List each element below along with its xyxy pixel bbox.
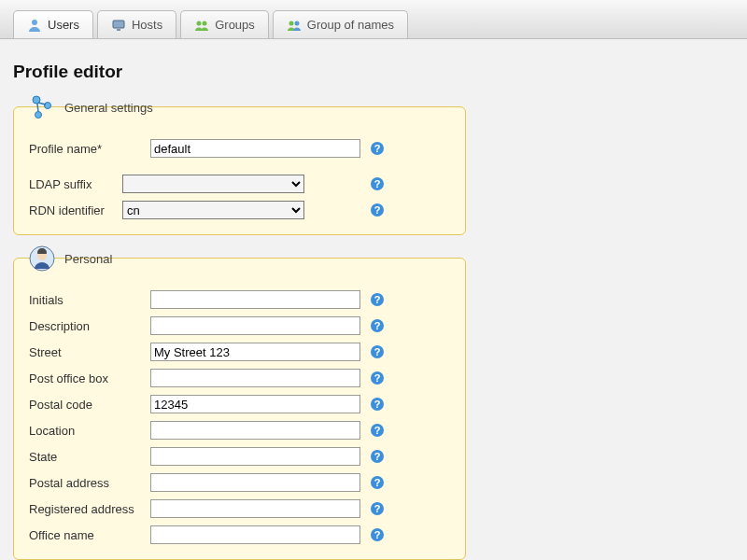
svg-point-3 [197,21,202,25]
help-icon[interactable]: ? [370,423,385,438]
svg-line-11 [37,104,38,112]
tab-users[interactable]: Users [13,10,93,38]
personal-legend: Personal [23,244,116,273]
content-area: Profile editor General settings Profile … [0,39,747,560]
profile-name-input[interactable] [150,139,360,158]
svg-text:?: ? [374,320,381,331]
svg-text:?: ? [374,425,381,436]
help-icon[interactable]: ? [370,203,385,217]
street-label: Street [29,345,150,359]
legend-text: Personal [64,252,112,266]
help-icon[interactable]: ? [370,176,385,191]
svg-text:?: ? [374,529,381,540]
svg-text:?: ? [374,178,381,189]
help-icon[interactable]: ? [370,501,385,516]
group-icon [194,18,209,33]
help-icon[interactable]: ? [370,397,385,412]
personal-box: Personal Initials ? Description ? Street… [13,258,466,560]
svg-point-0 [32,20,37,25]
tab-label: Group of names [307,18,394,32]
registered-address-input[interactable] [150,499,360,518]
tab-label: Hosts [132,18,162,32]
registered-address-label: Registered address [29,502,150,516]
po-box-input[interactable] [150,369,360,387]
group-names-icon [287,18,302,33]
help-icon[interactable]: ? [370,371,385,385]
state-input[interactable] [150,447,360,466]
street-input[interactable] [150,343,360,361]
description-input[interactable] [150,316,360,335]
page-title: Profile editor [13,62,734,82]
legend-text: General settings [64,101,153,115]
tab-label: Groups [215,18,255,32]
svg-rect-1 [113,21,124,28]
tree-icon [27,92,57,122]
svg-rect-2 [117,29,120,31]
ldap-suffix-select[interactable] [122,175,304,193]
tab-groups[interactable]: Groups [180,10,269,38]
state-label: State [29,450,150,464]
svg-text:?: ? [374,477,381,488]
office-name-label: Office name [29,528,150,542]
location-input[interactable] [150,421,360,440]
svg-text:?: ? [374,294,381,305]
svg-text:?: ? [374,204,381,216]
postal-code-input[interactable] [150,395,360,413]
help-icon[interactable]: ? [370,318,385,333]
svg-text:?: ? [374,451,381,462]
postal-code-label: Postal code [29,398,150,412]
svg-point-6 [294,21,299,25]
svg-text:?: ? [374,399,381,410]
general-settings-legend: General settings [23,92,157,122]
svg-text:?: ? [374,372,381,384]
tab-hosts[interactable]: Hosts [97,10,176,38]
ldap-suffix-label: LDAP suffix [29,177,122,191]
description-label: Description [29,319,150,333]
tab-label: Users [48,18,79,32]
help-icon[interactable]: ? [370,141,385,156]
location-label: Location [29,424,150,438]
svg-point-9 [35,112,42,119]
rdn-identifier-label: RDN identifier [29,203,122,217]
po-box-label: Post office box [29,371,150,385]
initials-label: Initials [29,293,150,307]
office-name-input[interactable] [150,525,360,544]
help-icon[interactable]: ? [370,292,385,307]
rdn-identifier-select[interactable]: cn [122,201,304,219]
svg-point-5 [289,21,293,25]
svg-text:?: ? [374,346,381,357]
svg-text:?: ? [374,143,381,154]
svg-text:?: ? [374,503,381,514]
help-icon[interactable]: ? [370,475,385,490]
svg-point-8 [45,103,51,109]
person-icon [27,244,57,273]
profile-name-label: Profile name* [29,142,150,156]
user-icon [27,18,42,33]
svg-point-4 [203,21,207,25]
help-icon[interactable]: ? [370,449,385,464]
postal-address-label: Postal address [29,476,150,490]
help-icon[interactable]: ? [370,344,385,359]
help-icon[interactable]: ? [370,527,385,542]
general-settings-box: General settings Profile name* ? LDAP su… [13,106,466,235]
svg-line-10 [38,103,46,105]
tab-bar: Users Hosts Groups Group of names [0,0,747,39]
monitor-icon [111,18,126,33]
postal-address-input[interactable] [150,473,360,492]
tab-group-of-names[interactable]: Group of names [273,10,408,38]
initials-input[interactable] [150,290,360,309]
